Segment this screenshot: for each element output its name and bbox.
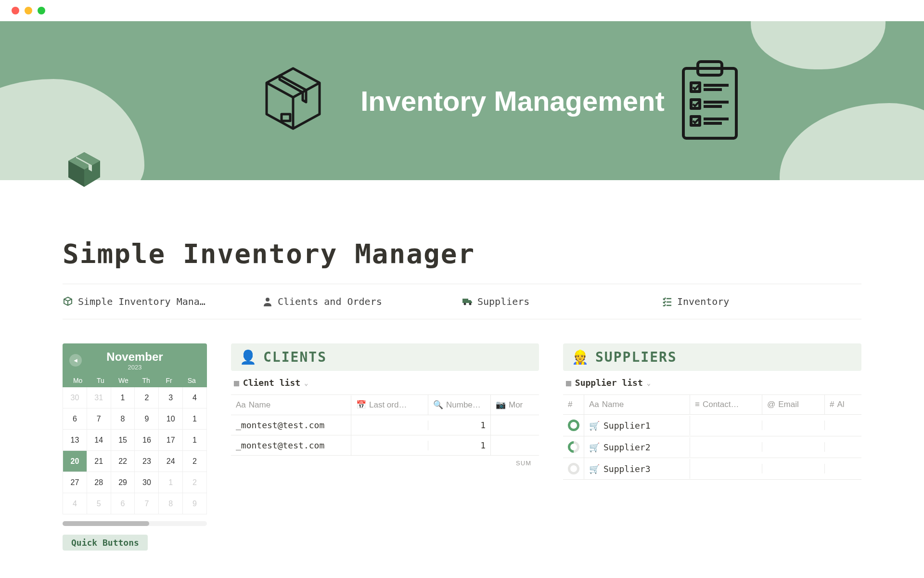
quick-buttons-button[interactable]: Quick Buttons: [63, 535, 148, 551]
calendar-day[interactable]: 16: [135, 430, 159, 451]
calendar-day[interactable]: 29: [111, 472, 135, 493]
package-icon: [259, 64, 327, 138]
fullscreen-window-button[interactable]: [38, 7, 45, 14]
column-email[interactable]: @Email: [762, 395, 825, 414]
view-label: Client list: [243, 378, 300, 388]
calendar-day[interactable]: 2: [183, 472, 207, 493]
column-hash[interactable]: #: [563, 395, 584, 414]
calendar-day[interactable]: 31: [87, 387, 111, 408]
calendar-day[interactable]: 2: [135, 387, 159, 408]
tab-suppliers[interactable]: Suppliers: [462, 296, 662, 307]
supplier-row[interactable]: 🛒Supplier2: [563, 436, 861, 458]
calendar-day[interactable]: 7: [87, 408, 111, 430]
suppliers-view-selector[interactable]: ▦ Supplier list ⌄: [563, 371, 861, 394]
column-al[interactable]: #Al: [825, 395, 854, 414]
calendar-day[interactable]: 30: [135, 472, 159, 493]
tab-inventory-manager[interactable]: Simple Inventory Mana…: [63, 296, 262, 307]
supplier-row[interactable]: 🛒Supplier1: [563, 415, 861, 436]
supplier-row[interactable]: 🛒Supplier3: [563, 458, 861, 480]
client-number: 1: [428, 435, 491, 455]
calendar-widget: ◀ November 2023 MoTuWeThFrSa 30311234678…: [63, 343, 207, 551]
calendar-day[interactable]: 2: [183, 451, 207, 472]
svg-rect-6: [691, 100, 700, 108]
calendar-day[interactable]: 30: [63, 387, 87, 408]
tab-label: Inventory: [677, 296, 729, 307]
page-title: Simple Inventory Manager: [63, 238, 861, 269]
client-row[interactable]: _montest@test.com1: [231, 435, 539, 456]
calendar-day[interactable]: 14: [87, 430, 111, 451]
tab-clients-orders[interactable]: Clients and Orders: [262, 296, 462, 307]
calendar-day[interactable]: 28: [87, 472, 111, 493]
calendar-day[interactable]: 6: [111, 493, 135, 514]
calendar-day[interactable]: 1: [183, 408, 207, 430]
calendar-day[interactable]: 9: [135, 408, 159, 430]
client-name: _montest@test.com: [231, 415, 351, 435]
calendar-day[interactable]: 27: [63, 472, 87, 493]
calendar-day[interactable]: 24: [159, 451, 183, 472]
calendar-month: November: [63, 350, 207, 364]
calendar-day[interactable]: 1: [159, 472, 183, 493]
calendar-year: 2023: [63, 364, 207, 371]
calendar-day[interactable]: 13: [63, 430, 87, 451]
calendar-day[interactable]: 20: [63, 451, 87, 472]
clients-view-selector[interactable]: ▦ Client list ⌄: [231, 371, 539, 394]
sum-label: SUM: [231, 456, 539, 471]
suppliers-section-header: 👷 SUPPLIERS: [563, 343, 861, 371]
svg-rect-0: [282, 114, 290, 121]
tab-inventory[interactable]: Inventory: [662, 296, 861, 307]
status-ring-icon: [568, 441, 579, 453]
calendar-day[interactable]: 17: [159, 430, 183, 451]
column-name[interactable]: AaName: [584, 395, 690, 414]
calendar-grid: 3031123467891011314151617120212223242272…: [63, 387, 207, 514]
calendar-day[interactable]: 8: [159, 493, 183, 514]
calendar-day[interactable]: 23: [135, 451, 159, 472]
status-ring-icon: [568, 463, 579, 474]
supplier-name: 🛒Supplier2: [584, 437, 690, 457]
calendar-day[interactable]: 7: [135, 493, 159, 514]
calendar-day[interactable]: 15: [111, 430, 135, 451]
calendar-day[interactable]: 3: [159, 387, 183, 408]
supplier-email: [762, 464, 825, 473]
column-more[interactable]: 📷Mor: [491, 395, 534, 415]
client-last-order: [351, 441, 428, 450]
calendar-day[interactable]: 5: [87, 493, 111, 514]
column-number[interactable]: 🔍Numbe…: [428, 395, 491, 415]
calendar-day[interactable]: 22: [111, 451, 135, 472]
close-window-button[interactable]: [12, 7, 19, 14]
view-label: Supplier list: [575, 378, 643, 388]
supplier-contact: [690, 464, 762, 473]
column-name[interactable]: AaName: [231, 395, 351, 415]
cart-icon: 🛒: [589, 420, 600, 431]
hero-blob: [780, 103, 924, 180]
horizontal-scrollbar[interactable]: [63, 521, 207, 526]
calendar-day[interactable]: 8: [111, 408, 135, 430]
supplier-email: [762, 420, 825, 430]
calendar-day[interactable]: 1: [111, 387, 135, 408]
calendar-day[interactable]: 10: [159, 408, 183, 430]
calendar-day[interactable]: 1: [183, 430, 207, 451]
calendar-dow: Th: [135, 377, 157, 384]
checklist-icon: [662, 296, 672, 307]
truck-icon: [462, 296, 473, 307]
calendar-day[interactable]: 4: [183, 387, 207, 408]
table-icon: ▦: [234, 378, 239, 388]
chevron-down-icon: ⌄: [647, 379, 651, 387]
status-ring-icon: [568, 420, 579, 431]
client-more: [491, 441, 534, 450]
supplier-email: [762, 442, 825, 452]
page-icon[interactable]: [63, 148, 106, 194]
cart-icon: 🛒: [589, 442, 600, 452]
svg-rect-13: [462, 299, 468, 303]
supplier-name: 🛒Supplier3: [584, 459, 690, 479]
calendar-dow: Tu: [89, 377, 112, 384]
svg-rect-3: [691, 83, 700, 92]
calendar-day[interactable]: 21: [87, 451, 111, 472]
calendar-day[interactable]: 9: [183, 493, 207, 514]
column-contact[interactable]: ≡Contact…: [690, 395, 762, 414]
calendar-day[interactable]: 4: [63, 493, 87, 514]
client-row[interactable]: _montest@test.com1: [231, 415, 539, 435]
column-last-order[interactable]: 📅Last ord…: [351, 395, 428, 415]
calendar-day[interactable]: 6: [63, 408, 87, 430]
calendar-dow-row: MoTuWeThFrSa: [63, 374, 207, 387]
minimize-window-button[interactable]: [25, 7, 32, 14]
